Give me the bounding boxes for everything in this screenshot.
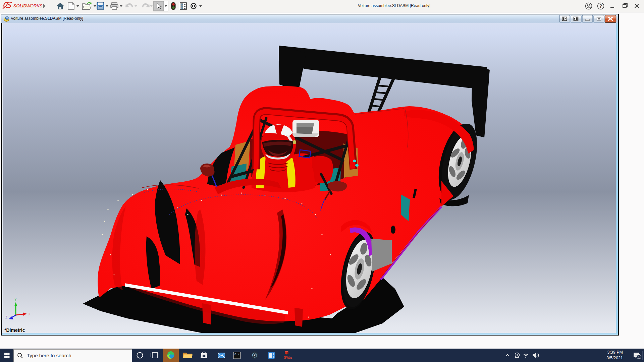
svg-text:Y: Y (14, 298, 17, 301)
svg-text:21: 21 (289, 356, 292, 359)
svg-text:X: X (28, 312, 31, 316)
svg-text:1: 1 (638, 355, 640, 359)
svg-text:Z: Z (5, 315, 7, 319)
svg-text:*Dimetric: *Dimetric (4, 327, 25, 333)
svg-text:SOLID: SOLID (13, 3, 27, 8)
svg-text:SW: SW (284, 355, 289, 359)
svg-text:?: ? (599, 3, 602, 9)
svg-text:WORKS: WORKS (26, 3, 43, 8)
svg-text:C:\_: C:\_ (234, 353, 241, 356)
